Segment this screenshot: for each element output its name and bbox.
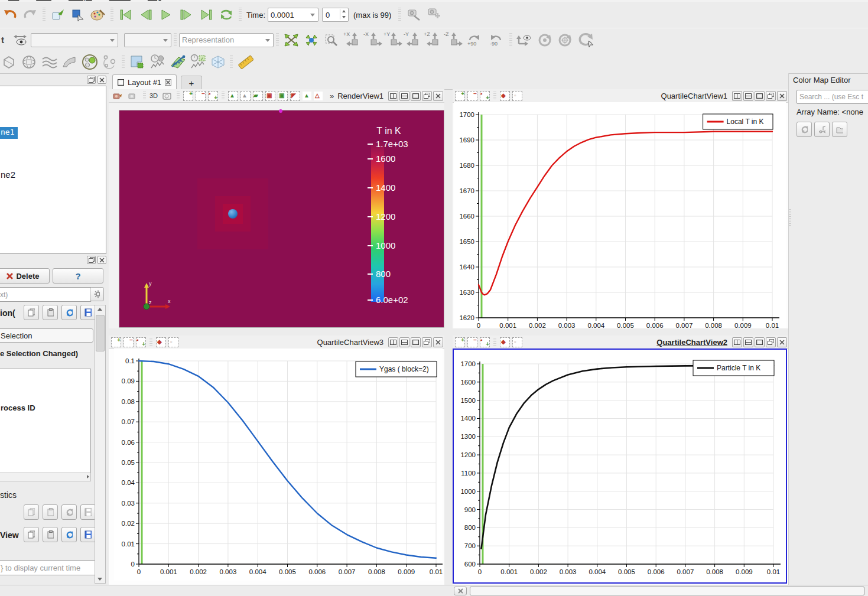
rotate-camera-crosshair-icon[interactable] [556,31,574,49]
vcr-last-frame-icon[interactable] [197,6,215,24]
vcr-previous-frame-icon[interactable] [137,6,155,24]
set-view-minus-z-icon[interactable]: -Z [443,31,461,49]
stream-tracer-icon[interactable] [100,53,118,71]
redo-icon[interactable] [21,6,39,24]
close-dock-icon[interactable] [97,256,106,264]
save-properties-icon[interactable] [80,305,96,320]
set-view-minus-x-icon[interactable]: -X [362,31,381,49]
vertical-scrollbar[interactable] [95,305,106,584]
menu-item-tools[interactable]: Tools [36,0,51,1]
paste-view-icon[interactable] [43,527,58,542]
dock-resize-handle[interactable] [789,209,791,227]
line-chart-particle-temperature[interactable]: 6007008009001000110012001300140015001600… [455,350,785,583]
rescale-visibility-icon[interactable] [12,31,30,49]
maximize-view-button[interactable] [411,337,421,347]
pick-point-icon[interactable]: △ [314,92,323,100]
pipeline-tree[interactable]: ne1 ne2 [0,86,106,254]
menu-item-macros[interactable]: Macros [109,0,131,1]
chart-select-toggle-icon[interactable]: +▪ [480,91,490,101]
chart-clear-selection-icon[interactable]: ▫ [512,91,522,101]
vcr-loop-icon[interactable] [217,6,235,24]
save-view-icon[interactable] [80,527,96,542]
chart-select-subtract-icon[interactable]: − [123,337,134,347]
float-dock-icon[interactable] [87,76,96,84]
interactive-select-points-icon[interactable]: ▣ [278,91,288,101]
close-view-button[interactable] [777,91,787,101]
close-dock-icon[interactable] [97,76,106,84]
glyph-filter-icon[interactable] [80,53,98,71]
plot-selection-over-time-icon[interactable] [188,53,206,71]
maximize-view-button[interactable] [411,91,421,101]
reset-camera-icon[interactable] [282,31,300,49]
chart-select-subtract-icon[interactable]: − [467,337,477,347]
split-horizontal-button[interactable] [732,91,742,101]
plot-over-line-icon[interactable] [168,53,186,71]
copy-view-icon[interactable] [24,527,39,542]
edit-color-map-points-icon[interactable] [814,122,830,137]
vcr-play-icon[interactable] [157,6,175,24]
plot-over-time-icon[interactable] [148,53,166,71]
representation-combobox[interactable]: Representation [179,33,274,47]
chart-select-rect-icon[interactable]: + [111,337,121,347]
color-by-combobox[interactable] [31,33,118,47]
capture-screenshot-icon[interactable] [111,90,124,102]
save-camera-icon[interactable] [425,6,443,24]
chart-clear-selection-icon[interactable]: ▫ [168,337,178,347]
capture-screenshot-disabled-icon[interactable] [126,90,139,102]
rotate-90-cw-icon[interactable]: +90 [463,31,484,49]
copy-properties-icon[interactable] [24,305,39,320]
clip-filter-icon[interactable] [0,53,18,71]
pick-center-icon[interactable]: ▲ [303,92,311,100]
reset-view-icon[interactable] [61,527,77,542]
select-block-icon[interactable]: ▰ [253,91,263,101]
reset-properties-icon[interactable] [61,305,77,320]
frame-spinbox[interactable]: 0 [322,8,349,22]
rotate-camera-cw-icon[interactable] [536,31,554,49]
rotate-90-ccw-icon[interactable]: -90 [485,31,506,49]
set-view-plus-z-icon[interactable]: +Z [422,31,441,49]
float-view-button[interactable] [766,337,776,347]
choose-preset-folder-icon[interactable] [832,122,847,137]
reset-display-icon[interactable] [61,504,77,520]
load-state-icon[interactable] [49,6,67,24]
close-view-button[interactable] [433,337,443,347]
set-view-plus-y-icon[interactable]: +Y [382,31,401,49]
color-palette-icon[interactable] [89,6,107,24]
menu-item[interactable]: ters [8,0,19,1]
split-vertical-button[interactable] [399,91,409,101]
component-combobox[interactable] [124,33,171,47]
chart-select-rect-icon[interactable]: + [455,337,465,347]
chart-select-rect-icon[interactable]: + [455,91,465,101]
close-view-button[interactable] [433,91,443,101]
chart-select-toggle-icon[interactable]: +▪ [136,337,146,347]
time-value-combobox[interactable]: 0.0001 [268,8,318,22]
chart-select-subtract-icon[interactable]: − [467,91,477,101]
rotate-camera-pointer-icon[interactable] [576,31,594,49]
maximize-view-button[interactable] [755,91,765,101]
vcr-next-frame-icon[interactable] [177,6,195,24]
float-view-button[interactable] [422,91,432,101]
save-display-icon[interactable] [80,504,96,520]
selection-list[interactable]: rocess ID [0,369,91,474]
split-horizontal-button[interactable] [388,91,398,101]
edit-color-map-icon[interactable]: t [0,34,9,46]
adjust-camera-icon[interactable] [405,6,422,24]
zoom-to-box-icon[interactable] [323,31,340,49]
select-cells-polygon-icon[interactable]: +▪ [208,91,218,101]
menu-item-help[interactable]: Help [148,0,161,1]
split-horizontal-button[interactable] [388,337,398,347]
line-chart-ygas[interactable]: 00.010.020.030.040.050.060.070.080.090.1… [114,349,443,582]
ruler-icon[interactable] [236,53,254,71]
new-layout-tab[interactable]: + [181,76,202,90]
float-view-button[interactable] [766,91,776,101]
update-on-apply-icon[interactable] [797,122,812,137]
split-horizontal-button[interactable] [732,337,742,347]
pipeline-item-selected[interactable]: ne1 [0,127,18,139]
chart-title-input[interactable]: } to display current time [0,560,98,575]
select-frustum-cells-icon[interactable]: ▲ [228,91,238,101]
select-frustum-points-icon[interactable]: ▲ [240,91,251,101]
adjust-camera-small-icon[interactable] [160,90,173,102]
chart-clear-selection-icon[interactable]: ▫ [512,337,522,347]
chart-select-polygon-icon[interactable]: ◆ [500,337,510,347]
hover-cells-icon[interactable]: ◤ [290,91,300,101]
